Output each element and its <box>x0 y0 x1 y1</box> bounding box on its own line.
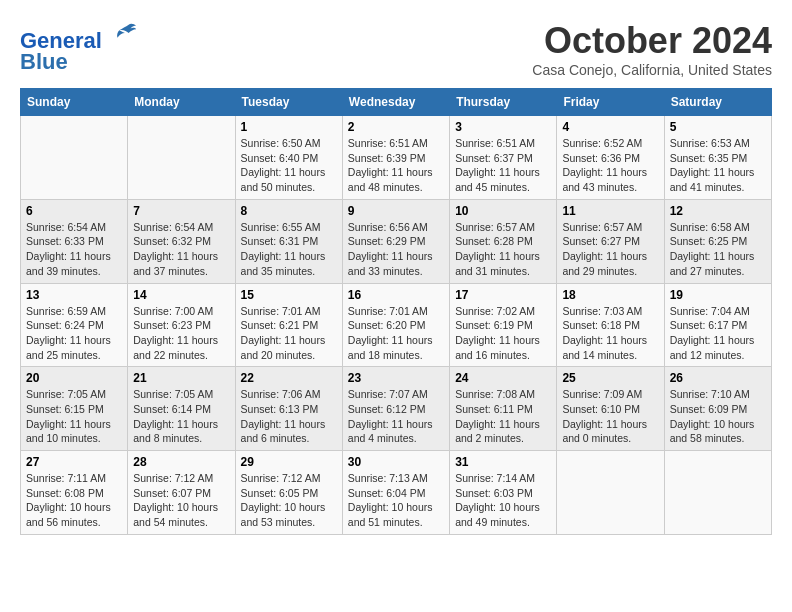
day-number: 16 <box>348 288 444 302</box>
header-monday: Monday <box>128 89 235 116</box>
day-number: 9 <box>348 204 444 218</box>
calendar-cell: 29Sunrise: 7:12 AMSunset: 6:05 PMDayligh… <box>235 451 342 535</box>
calendar-cell: 3Sunrise: 6:51 AMSunset: 6:37 PMDaylight… <box>450 116 557 200</box>
logo-bird-icon <box>110 20 138 48</box>
header-sunday: Sunday <box>21 89 128 116</box>
header-tuesday: Tuesday <box>235 89 342 116</box>
day-number: 27 <box>26 455 122 469</box>
cell-sun-info: Sunrise: 7:00 AMSunset: 6:23 PMDaylight:… <box>133 304 229 363</box>
week-row-2: 6Sunrise: 6:54 AMSunset: 6:33 PMDaylight… <box>21 199 772 283</box>
day-number: 14 <box>133 288 229 302</box>
day-number: 28 <box>133 455 229 469</box>
day-number: 15 <box>241 288 337 302</box>
calendar-cell: 20Sunrise: 7:05 AMSunset: 6:15 PMDayligh… <box>21 367 128 451</box>
calendar-cell: 31Sunrise: 7:14 AMSunset: 6:03 PMDayligh… <box>450 451 557 535</box>
calendar-cell: 14Sunrise: 7:00 AMSunset: 6:23 PMDayligh… <box>128 283 235 367</box>
calendar-cell: 26Sunrise: 7:10 AMSunset: 6:09 PMDayligh… <box>664 367 771 451</box>
cell-sun-info: Sunrise: 6:56 AMSunset: 6:29 PMDaylight:… <box>348 220 444 279</box>
day-number: 25 <box>562 371 658 385</box>
calendar-cell: 17Sunrise: 7:02 AMSunset: 6:19 PMDayligh… <box>450 283 557 367</box>
day-number: 17 <box>455 288 551 302</box>
calendar-body: 1Sunrise: 6:50 AMSunset: 6:40 PMDaylight… <box>21 116 772 535</box>
day-number: 3 <box>455 120 551 134</box>
day-number: 24 <box>455 371 551 385</box>
calendar-cell: 15Sunrise: 7:01 AMSunset: 6:21 PMDayligh… <box>235 283 342 367</box>
calendar-cell: 22Sunrise: 7:06 AMSunset: 6:13 PMDayligh… <box>235 367 342 451</box>
day-number: 4 <box>562 120 658 134</box>
cell-sun-info: Sunrise: 7:03 AMSunset: 6:18 PMDaylight:… <box>562 304 658 363</box>
cell-sun-info: Sunrise: 7:05 AMSunset: 6:15 PMDaylight:… <box>26 387 122 446</box>
week-row-3: 13Sunrise: 6:59 AMSunset: 6:24 PMDayligh… <box>21 283 772 367</box>
cell-sun-info: Sunrise: 7:11 AMSunset: 6:08 PMDaylight:… <box>26 471 122 530</box>
calendar-cell: 4Sunrise: 6:52 AMSunset: 6:36 PMDaylight… <box>557 116 664 200</box>
day-number: 7 <box>133 204 229 218</box>
day-number: 22 <box>241 371 337 385</box>
calendar-cell: 16Sunrise: 7:01 AMSunset: 6:20 PMDayligh… <box>342 283 449 367</box>
location: Casa Conejo, California, United States <box>532 62 772 78</box>
week-row-5: 27Sunrise: 7:11 AMSunset: 6:08 PMDayligh… <box>21 451 772 535</box>
cell-sun-info: Sunrise: 7:14 AMSunset: 6:03 PMDaylight:… <box>455 471 551 530</box>
calendar-cell: 30Sunrise: 7:13 AMSunset: 6:04 PMDayligh… <box>342 451 449 535</box>
calendar-cell: 7Sunrise: 6:54 AMSunset: 6:32 PMDaylight… <box>128 199 235 283</box>
cell-sun-info: Sunrise: 6:51 AMSunset: 6:37 PMDaylight:… <box>455 136 551 195</box>
calendar-cell: 19Sunrise: 7:04 AMSunset: 6:17 PMDayligh… <box>664 283 771 367</box>
cell-sun-info: Sunrise: 7:06 AMSunset: 6:13 PMDaylight:… <box>241 387 337 446</box>
day-number: 18 <box>562 288 658 302</box>
day-number: 8 <box>241 204 337 218</box>
cell-sun-info: Sunrise: 7:01 AMSunset: 6:20 PMDaylight:… <box>348 304 444 363</box>
calendar-cell <box>664 451 771 535</box>
calendar-cell: 28Sunrise: 7:12 AMSunset: 6:07 PMDayligh… <box>128 451 235 535</box>
calendar-cell: 23Sunrise: 7:07 AMSunset: 6:12 PMDayligh… <box>342 367 449 451</box>
cell-sun-info: Sunrise: 7:04 AMSunset: 6:17 PMDaylight:… <box>670 304 766 363</box>
cell-sun-info: Sunrise: 7:13 AMSunset: 6:04 PMDaylight:… <box>348 471 444 530</box>
cell-sun-info: Sunrise: 6:52 AMSunset: 6:36 PMDaylight:… <box>562 136 658 195</box>
calendar-cell: 5Sunrise: 6:53 AMSunset: 6:35 PMDaylight… <box>664 116 771 200</box>
calendar-cell: 18Sunrise: 7:03 AMSunset: 6:18 PMDayligh… <box>557 283 664 367</box>
header-friday: Friday <box>557 89 664 116</box>
calendar-cell: 12Sunrise: 6:58 AMSunset: 6:25 PMDayligh… <box>664 199 771 283</box>
day-number: 1 <box>241 120 337 134</box>
cell-sun-info: Sunrise: 7:07 AMSunset: 6:12 PMDaylight:… <box>348 387 444 446</box>
day-number: 21 <box>133 371 229 385</box>
cell-sun-info: Sunrise: 7:08 AMSunset: 6:11 PMDaylight:… <box>455 387 551 446</box>
day-number: 26 <box>670 371 766 385</box>
calendar-cell: 21Sunrise: 7:05 AMSunset: 6:14 PMDayligh… <box>128 367 235 451</box>
header-saturday: Saturday <box>664 89 771 116</box>
cell-sun-info: Sunrise: 7:02 AMSunset: 6:19 PMDaylight:… <box>455 304 551 363</box>
day-number: 29 <box>241 455 337 469</box>
day-number: 13 <box>26 288 122 302</box>
day-number: 31 <box>455 455 551 469</box>
week-row-1: 1Sunrise: 6:50 AMSunset: 6:40 PMDaylight… <box>21 116 772 200</box>
calendar-cell: 27Sunrise: 7:11 AMSunset: 6:08 PMDayligh… <box>21 451 128 535</box>
calendar-cell: 24Sunrise: 7:08 AMSunset: 6:11 PMDayligh… <box>450 367 557 451</box>
calendar-header-row: SundayMondayTuesdayWednesdayThursdayFrid… <box>21 89 772 116</box>
cell-sun-info: Sunrise: 7:10 AMSunset: 6:09 PMDaylight:… <box>670 387 766 446</box>
day-number: 10 <box>455 204 551 218</box>
calendar-cell <box>128 116 235 200</box>
header-thursday: Thursday <box>450 89 557 116</box>
cell-sun-info: Sunrise: 7:12 AMSunset: 6:05 PMDaylight:… <box>241 471 337 530</box>
day-number: 2 <box>348 120 444 134</box>
header-wednesday: Wednesday <box>342 89 449 116</box>
calendar-cell: 9Sunrise: 6:56 AMSunset: 6:29 PMDaylight… <box>342 199 449 283</box>
calendar-cell: 11Sunrise: 6:57 AMSunset: 6:27 PMDayligh… <box>557 199 664 283</box>
calendar-cell: 10Sunrise: 6:57 AMSunset: 6:28 PMDayligh… <box>450 199 557 283</box>
cell-sun-info: Sunrise: 6:57 AMSunset: 6:28 PMDaylight:… <box>455 220 551 279</box>
day-number: 19 <box>670 288 766 302</box>
cell-sun-info: Sunrise: 7:01 AMSunset: 6:21 PMDaylight:… <box>241 304 337 363</box>
page-header: General Blue October 2024 Casa Conejo, C… <box>20 20 772 78</box>
day-number: 20 <box>26 371 122 385</box>
cell-sun-info: Sunrise: 6:55 AMSunset: 6:31 PMDaylight:… <box>241 220 337 279</box>
calendar-cell <box>557 451 664 535</box>
day-number: 30 <box>348 455 444 469</box>
calendar-cell: 13Sunrise: 6:59 AMSunset: 6:24 PMDayligh… <box>21 283 128 367</box>
cell-sun-info: Sunrise: 6:50 AMSunset: 6:40 PMDaylight:… <box>241 136 337 195</box>
day-number: 12 <box>670 204 766 218</box>
day-number: 6 <box>26 204 122 218</box>
cell-sun-info: Sunrise: 7:05 AMSunset: 6:14 PMDaylight:… <box>133 387 229 446</box>
day-number: 5 <box>670 120 766 134</box>
calendar-cell: 25Sunrise: 7:09 AMSunset: 6:10 PMDayligh… <box>557 367 664 451</box>
calendar-cell: 6Sunrise: 6:54 AMSunset: 6:33 PMDaylight… <box>21 199 128 283</box>
week-row-4: 20Sunrise: 7:05 AMSunset: 6:15 PMDayligh… <box>21 367 772 451</box>
cell-sun-info: Sunrise: 6:54 AMSunset: 6:32 PMDaylight:… <box>133 220 229 279</box>
